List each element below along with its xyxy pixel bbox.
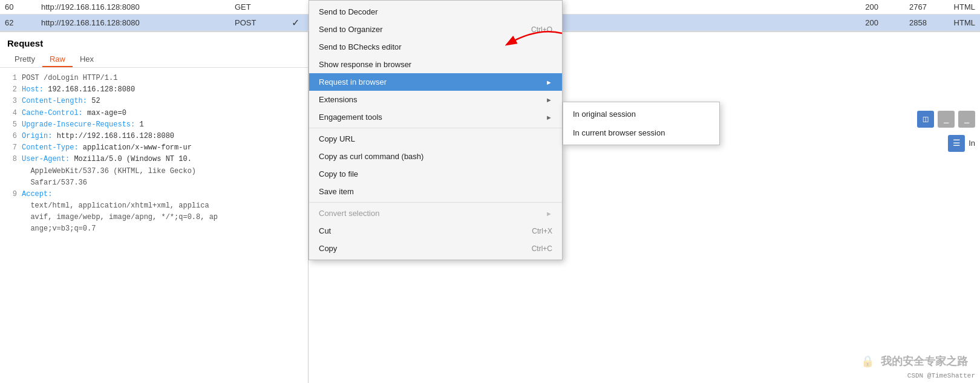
submenu-item-original-session[interactable]: In original session (563, 105, 719, 123)
code-line: Safari/537.36 (7, 177, 301, 189)
menu-separator (309, 202, 562, 203)
code-line: 6 Origin: http://192.168.116.128:8080 (7, 131, 301, 142)
code-line: avif, image/webp, image/apng, */*;q=0.8,… (7, 212, 301, 223)
code-line: 1 POST /doLogin HTTP/1.1 (7, 73, 301, 84)
menu-item-copy[interactable]: Copy Ctrl+C (309, 240, 562, 257)
code-line: 3 Content-Length: 52 (7, 96, 301, 107)
left-panel: Request Pretty Raw Hex 1 POST /doLogin H… (0, 32, 309, 383)
tab-raw[interactable]: Raw (42, 52, 73, 67)
row-num: 60 (5, 2, 29, 11)
menu-item-copy-url[interactable]: Copy URL (309, 130, 562, 148)
menu-item-send-decoder[interactable]: Send to Decoder (309, 3, 562, 21)
watermark: 🔒 我的安全专家之路 (861, 353, 968, 371)
submenu-request-browser: In original session In current browser s… (563, 102, 720, 145)
menu-item-copy-curl[interactable]: Copy as curl command (bash) (309, 148, 562, 165)
menu-item-send-bchecks[interactable]: Send to BChecks editor (309, 38, 562, 56)
panel-title: Request (0, 32, 308, 52)
menu-separator (309, 128, 562, 128)
row-length: 2767 (890, 2, 927, 11)
csdn-badge: CSDN @TimeShatter (907, 371, 975, 382)
code-line: 5 Upgrade-Insecure-Requests: 1 (7, 119, 301, 131)
menu-item-engagement-tools[interactable]: Engagement tools ► (309, 108, 562, 126)
annotation-arrow (495, 27, 568, 57)
code-line: 8 User-Agent: Mozilla/5.0 (Windows NT 10… (7, 154, 301, 165)
code-line: 7 Content-Type: application/x-www-form-u… (7, 142, 301, 154)
menu-item-convert-selection: Convert selection ► (309, 205, 562, 222)
tab-hex[interactable]: Hex (73, 52, 101, 67)
menu-item-copy-file[interactable]: Copy to file (309, 165, 562, 183)
row-method: GET (235, 2, 271, 11)
toolbar-icons: ◫ ⎯ ⎯ (917, 111, 975, 128)
code-line: ange;v=b3;q=0.7 (7, 223, 301, 235)
row-url: http://192.168.116.128:8080 (41, 2, 223, 11)
horizontal-split-icon[interactable]: ⎯ (938, 111, 955, 128)
single-view-icon[interactable]: ⎯ (958, 111, 975, 128)
split-view-icon[interactable]: ◫ (917, 111, 934, 128)
row-check: ✓ (283, 17, 307, 28)
in-label: In (969, 135, 975, 152)
tabs-row: Pretty Raw Hex (0, 52, 308, 68)
row-status: 200 (842, 18, 878, 27)
context-menu: Send to Decoder Send to Organizer Ctrl+O… (309, 0, 563, 260)
menu-item-request-browser[interactable]: Request in browser ► (309, 73, 562, 91)
row-status: 200 (842, 2, 878, 11)
menu-item-show-response-browser[interactable]: Show response in browser (309, 56, 562, 73)
list-icon[interactable]: ☰ (948, 135, 965, 152)
code-line: 2 Host: 192.168.116.128:8080 (7, 84, 301, 96)
code-line: text/html, application/xhtml+xml, applic… (7, 200, 301, 212)
row-num: 62 (5, 18, 29, 27)
code-line: 4 Cache-Control: max-age=0 (7, 108, 301, 119)
menu-item-save-item[interactable]: Save item (309, 183, 562, 200)
menu-item-cut[interactable]: Cut Ctrl+X (309, 222, 562, 240)
row-type: HTML (939, 2, 975, 11)
code-area: 1 POST /doLogin HTTP/1.1 2 Host: 192.168… (0, 68, 308, 383)
menu-item-extensions[interactable]: Extensions ► (309, 91, 562, 108)
row-method: POST (235, 18, 271, 27)
code-line: 9 Accept: (7, 189, 301, 200)
row-type: HTML (939, 18, 975, 27)
submenu-item-current-session[interactable]: In current browser session (563, 123, 719, 142)
row-length: 2858 (890, 18, 927, 27)
row-url: http://192.168.116.128:8080 (41, 18, 223, 27)
tab-pretty[interactable]: Pretty (7, 52, 42, 67)
code-line: AppleWebKit/537.36 (KHTML, like Gecko) (7, 166, 301, 177)
